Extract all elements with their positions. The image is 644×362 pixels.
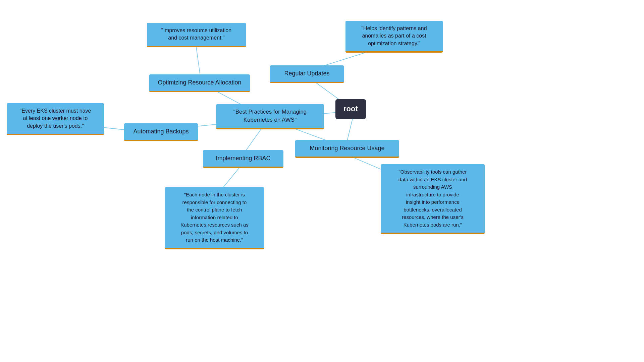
- implementing-rbac-label: Implementing RBAC: [203, 150, 283, 168]
- best-practices-label: "Best Practices for Managing Kubernetes …: [216, 104, 324, 129]
- optimizing-node: Optimizing Resource Allocation: [149, 74, 250, 92]
- best-practices-node: "Best Practices for Managing Kubernetes …: [216, 104, 324, 129]
- implementing-rbac-node: Implementing RBAC: [203, 150, 283, 168]
- quote-patterns-node: "Helps identify patterns andanomalies as…: [345, 21, 443, 53]
- regular-updates-node: Regular Updates: [270, 65, 344, 83]
- quote-utilization-node: "Improves resource utilizationand cost m…: [147, 23, 246, 47]
- quote-patterns-label: "Helps identify patterns andanomalies as…: [345, 21, 443, 53]
- root-label: root: [335, 99, 366, 119]
- automating-label: Automating Backups: [124, 123, 198, 141]
- regular-updates-label: Regular Updates: [270, 65, 344, 83]
- quote-utilization-label: "Improves resource utilizationand cost m…: [147, 23, 246, 47]
- optimizing-label: Optimizing Resource Allocation: [149, 74, 250, 92]
- root-node: root: [335, 99, 366, 119]
- quote-eks-cluster-node: "Every EKS cluster must haveat least one…: [7, 103, 104, 135]
- automating-node: Automating Backups: [124, 123, 198, 141]
- quote-rbac-label: "Each node in the cluster isresponsible …: [165, 187, 264, 249]
- quote-observability-node: "Observability tools can gatherdata with…: [381, 164, 485, 234]
- monitoring-label: Monitoring Resource Usage: [295, 140, 399, 158]
- monitoring-node: Monitoring Resource Usage: [295, 140, 399, 158]
- quote-observability-label: "Observability tools can gatherdata with…: [381, 164, 485, 234]
- quote-rbac-node: "Each node in the cluster isresponsible …: [165, 187, 264, 249]
- quote-eks-cluster-label: "Every EKS cluster must haveat least one…: [7, 103, 104, 135]
